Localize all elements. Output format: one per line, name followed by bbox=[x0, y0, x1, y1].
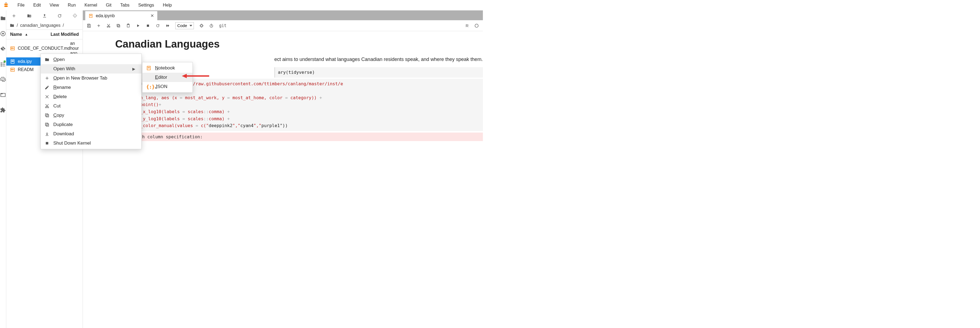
menu-view[interactable]: View bbox=[46, 1, 63, 9]
breadcrumb[interactable]: / canadian_languages / bbox=[6, 21, 83, 30]
upload-icon[interactable] bbox=[42, 13, 47, 18]
ctx-label: Download bbox=[53, 131, 74, 137]
cell-source[interactable]: ary(tidyverse) bbox=[274, 67, 483, 78]
svg-rect-34 bbox=[148, 68, 150, 68]
svg-marker-36 bbox=[182, 74, 187, 78]
timer-icon[interactable] bbox=[209, 24, 213, 28]
ctx-label: Copy bbox=[53, 113, 64, 118]
svg-rect-8 bbox=[11, 61, 14, 61]
blank-icon bbox=[45, 67, 49, 71]
svg-rect-17 bbox=[117, 24, 119, 26]
running-icon[interactable] bbox=[0, 30, 6, 37]
svg-rect-28 bbox=[45, 114, 48, 116]
stop-icon bbox=[45, 141, 49, 146]
svg-point-0 bbox=[5, 2, 6, 3]
ctx-copy[interactable]: Copy bbox=[41, 111, 142, 120]
folder-icon bbox=[45, 57, 49, 62]
svg-point-24 bbox=[475, 24, 478, 27]
tab-label: eda.ipynb bbox=[96, 13, 115, 18]
breadcrumb-segment[interactable]: canadian_languages bbox=[20, 23, 60, 28]
svg-rect-4 bbox=[1, 94, 3, 94]
annotation-arrow bbox=[182, 73, 209, 79]
json-icon: {:} bbox=[146, 84, 151, 89]
git-button[interactable]: git bbox=[219, 23, 226, 28]
filetable-header[interactable]: Name ▲ Last Modified bbox=[6, 30, 83, 39]
file-name: READM bbox=[18, 67, 33, 72]
stderr-output: Parsed with column specification: bbox=[113, 132, 483, 141]
run-icon[interactable] bbox=[136, 24, 140, 28]
activity-rail bbox=[0, 10, 6, 328]
tabstrip: eda.ipynb ✕ bbox=[83, 10, 483, 20]
notebook-toolbar: Code git R bbox=[83, 20, 483, 31]
tabs-icon[interactable] bbox=[0, 92, 6, 98]
ctx-rename[interactable]: Rename bbox=[41, 83, 142, 92]
ctx-label: Cut bbox=[53, 103, 60, 109]
chevron-right-icon: ▶ bbox=[132, 67, 135, 71]
menu-file[interactable]: File bbox=[14, 1, 29, 9]
cut-icon bbox=[45, 103, 49, 108]
svg-rect-12 bbox=[90, 15, 92, 15]
ctx-label: Open in New Browser Tab bbox=[53, 75, 107, 81]
markdown-icon bbox=[10, 46, 15, 51]
celltype-select[interactable]: Code bbox=[175, 22, 194, 29]
menu-tabs[interactable]: Tabs bbox=[116, 1, 134, 9]
ctx-label: Open bbox=[53, 57, 65, 62]
ctx-shutdown-kernel[interactable]: Shut Down Kernel bbox=[41, 139, 142, 148]
paste-icon[interactable] bbox=[126, 24, 130, 28]
menu-edit[interactable]: Edit bbox=[30, 1, 45, 9]
svg-rect-13 bbox=[90, 16, 92, 16]
menu-help[interactable]: Help bbox=[159, 1, 175, 9]
cut-icon[interactable] bbox=[107, 24, 111, 28]
settings-icon[interactable] bbox=[0, 76, 6, 83]
sort-asc-icon: ▲ bbox=[25, 32, 28, 37]
restart-run-all-icon[interactable] bbox=[165, 24, 170, 28]
kernel-name[interactable]: R bbox=[466, 23, 469, 28]
dirty-indicator-icon bbox=[3, 61, 6, 62]
svg-point-21 bbox=[200, 25, 203, 27]
ctx-open-browser-tab[interactable]: Open in New Browser Tab bbox=[41, 73, 142, 83]
refresh-icon[interactable] bbox=[57, 13, 62, 18]
extension-icon[interactable] bbox=[0, 107, 6, 113]
ctx-cut[interactable]: Cut bbox=[41, 102, 142, 111]
notebook-icon bbox=[146, 65, 151, 70]
openwith-notebook[interactable]: Notebook bbox=[142, 64, 192, 73]
add-cell-icon[interactable] bbox=[97, 24, 101, 28]
ctx-duplicate[interactable]: Duplicate bbox=[41, 120, 142, 129]
header-modified[interactable]: Last Modified bbox=[51, 32, 79, 37]
breadcrumb-sep: / bbox=[17, 23, 18, 28]
filebrowser-icon[interactable] bbox=[0, 15, 6, 21]
restart-icon[interactable] bbox=[156, 24, 160, 28]
pencil-icon bbox=[45, 85, 49, 90]
context-menu: Open Open With ▶ Open in New Browser Tab… bbox=[40, 54, 142, 149]
close-icon[interactable]: ✕ bbox=[118, 13, 154, 18]
ctx-open[interactable]: Open bbox=[41, 55, 142, 64]
ctx-download[interactable]: Download bbox=[41, 129, 142, 139]
new-launcher-icon[interactable] bbox=[11, 13, 16, 18]
menu-settings[interactable]: Settings bbox=[135, 1, 158, 9]
svg-rect-30 bbox=[45, 123, 48, 126]
notebook-icon bbox=[10, 59, 15, 64]
breadcrumb-sep: / bbox=[63, 23, 64, 28]
save-icon[interactable] bbox=[87, 24, 91, 28]
ctx-delete[interactable]: Delete bbox=[41, 92, 142, 102]
notebook-icon bbox=[89, 14, 93, 18]
menu-kernel[interactable]: Kernel bbox=[81, 1, 101, 9]
openwith-json[interactable]: {:} JSON bbox=[142, 82, 192, 91]
copy-icon[interactable] bbox=[116, 24, 121, 28]
git-icon[interactable] bbox=[0, 46, 6, 52]
ctx-open-with[interactable]: Open With ▶ bbox=[41, 64, 142, 73]
page-title: Canadian Languages bbox=[115, 38, 483, 50]
header-name[interactable]: Name bbox=[10, 32, 22, 37]
submenu-label: Editor bbox=[155, 75, 167, 80]
kernel-status-icon[interactable] bbox=[474, 23, 479, 28]
svg-rect-20 bbox=[147, 25, 149, 27]
tab-eda[interactable]: eda.ipynb ✕ bbox=[85, 11, 157, 20]
new-folder-icon[interactable] bbox=[27, 13, 32, 18]
menu-git[interactable]: Git bbox=[102, 1, 115, 9]
copy-icon bbox=[45, 113, 49, 118]
menu-run[interactable]: Run bbox=[64, 1, 80, 9]
variable-inspector-icon[interactable] bbox=[199, 24, 204, 28]
submenu-label: Notebook bbox=[155, 65, 175, 71]
git-clone-icon[interactable] bbox=[72, 13, 77, 18]
stop-icon[interactable] bbox=[146, 24, 150, 28]
